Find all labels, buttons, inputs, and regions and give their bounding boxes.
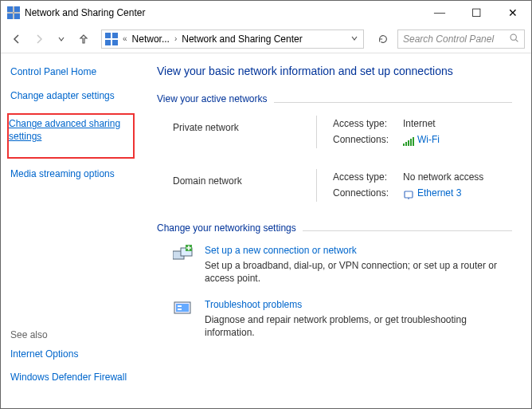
svg-rect-14 <box>408 140 409 146</box>
recent-locations-dropdown[interactable] <box>52 29 71 49</box>
svg-rect-1 <box>14 6 20 12</box>
forward-button[interactable] <box>29 29 49 49</box>
ethernet-icon <box>403 188 414 198</box>
task-troubleshoot: Troubleshoot problems Diagnose and repai… <box>157 299 512 339</box>
setup-connection-desc: Set up a broadband, dial-up, or VPN conn… <box>205 259 512 285</box>
svg-point-10 <box>510 34 516 40</box>
back-button[interactable] <box>7 29 26 49</box>
svg-rect-24 <box>178 305 182 307</box>
sidebar-change-advanced-sharing[interactable]: Change advanced sharing settings <box>9 118 128 143</box>
svg-rect-16 <box>413 137 414 146</box>
svg-rect-6 <box>105 33 111 38</box>
breadcrumb-network[interactable]: Networ... <box>129 33 173 45</box>
network-center-icon <box>7 6 20 19</box>
network-center-icon <box>105 33 118 45</box>
wifi-signal-icon <box>403 136 414 145</box>
chevron-right-icon[interactable]: › <box>173 34 178 43</box>
change-settings-heading: Change your networking settings <box>157 222 296 234</box>
svg-rect-25 <box>178 309 182 310</box>
svg-rect-23 <box>176 304 189 312</box>
page-title: View your basic network information and … <box>157 65 512 77</box>
svg-rect-2 <box>7 14 13 19</box>
access-type-value: No network access <box>403 169 483 185</box>
troubleshoot-icon <box>173 299 195 318</box>
address-bar[interactable]: « Networ... › Network and Sharing Center <box>101 29 364 49</box>
see-also-heading: See also <box>10 329 135 340</box>
sidebar-change-adapter[interactable]: Change adapter settings <box>10 90 135 103</box>
svg-rect-15 <box>410 139 412 146</box>
access-type-label: Access type: <box>333 169 403 185</box>
up-button[interactable] <box>74 29 93 49</box>
minimize-button[interactable]: — <box>421 1 458 25</box>
svg-line-11 <box>516 39 518 41</box>
connections-label: Connections: <box>333 185 403 201</box>
connections-label: Connections: <box>333 132 403 147</box>
breadcrumb-current[interactable]: Network and Sharing Center <box>178 33 305 45</box>
sidebar-media-streaming[interactable]: Media streaming options <box>10 168 135 181</box>
address-dropdown[interactable] <box>349 33 360 45</box>
close-button[interactable]: ✕ <box>495 1 531 25</box>
task-setup-connection: Set up a new connection or network Set u… <box>157 245 512 285</box>
active-networks-heading: View your active networks <box>157 93 268 104</box>
svg-rect-17 <box>405 191 413 198</box>
highlight-box: Change advanced sharing settings <box>7 113 135 159</box>
access-type-label: Access type: <box>333 116 403 132</box>
window-title: Network and Sharing Center <box>25 7 421 18</box>
network-name: Domain network <box>157 169 316 202</box>
sidebar-control-panel-home[interactable]: Control Panel Home <box>10 66 135 79</box>
connection-link-wifi[interactable]: Wi-Fi <box>417 132 440 147</box>
svg-rect-0 <box>7 6 13 12</box>
svg-rect-7 <box>112 33 118 38</box>
network-row-domain: Domain network Access type: No network a… <box>157 169 512 202</box>
svg-rect-3 <box>14 14 20 19</box>
setup-connection-icon <box>173 245 195 264</box>
troubleshoot-desc: Diagnose and repair network problems, or… <box>205 313 512 339</box>
svg-rect-12 <box>403 144 405 146</box>
breadcrumb-root-chevron[interactable]: « <box>121 34 129 43</box>
connection-link-ethernet[interactable]: Ethernet 3 <box>417 185 461 201</box>
main-content: View your basic network information and … <box>144 53 531 408</box>
network-row-private: Private network Access type: Internet Co… <box>157 116 512 148</box>
sidebar-windows-defender-firewall[interactable]: Windows Defender Firewall <box>10 372 135 384</box>
svg-rect-9 <box>112 40 118 45</box>
maximize-button[interactable]: ☐ <box>458 1 495 25</box>
network-name: Private network <box>157 116 316 148</box>
access-type-value: Internet <box>403 116 436 132</box>
sidebar: Control Panel Home Change adapter settin… <box>1 53 144 408</box>
svg-rect-13 <box>405 142 407 146</box>
troubleshoot-link[interactable]: Troubleshoot problems <box>205 299 512 310</box>
search-input[interactable]: Search Control Panel <box>397 29 525 49</box>
svg-rect-8 <box>105 40 111 45</box>
search-placeholder: Search Control Panel <box>403 33 509 45</box>
sidebar-internet-options[interactable]: Internet Options <box>10 348 135 361</box>
setup-connection-link[interactable]: Set up a new connection or network <box>205 245 512 256</box>
refresh-button[interactable] <box>372 33 394 45</box>
titlebar: Network and Sharing Center — ☐ ✕ <box>1 1 531 25</box>
search-icon <box>509 33 519 45</box>
toolbar: « Networ... › Network and Sharing Center… <box>1 25 531 53</box>
